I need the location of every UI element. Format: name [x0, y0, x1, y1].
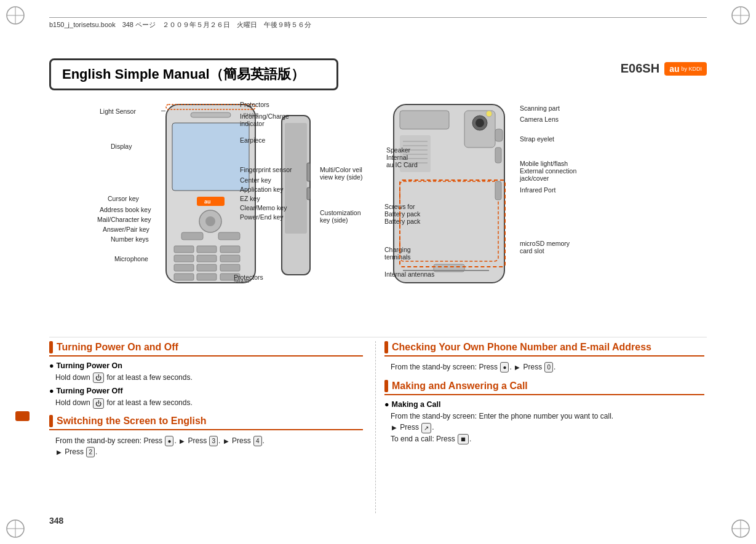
label-incoming-charge: Incoming/Chargeindicator	[240, 112, 289, 127]
corner-mark-tr	[728, 3, 753, 28]
svg-point-43	[486, 111, 492, 117]
label-light-sensor: Light Sensor	[100, 108, 136, 115]
switch-key4: 2	[86, 447, 95, 457]
label-microsd: microSD memorycard slot	[520, 240, 570, 254]
switching-screen-text: From the stand-by screen: Press ●. ▶ Pre…	[55, 435, 363, 458]
svg-rect-29	[174, 274, 194, 280]
svg-rect-53	[495, 148, 501, 163]
making-call-title: Making and Answering a Call	[384, 380, 704, 395]
label-mobile-light: Mobile light/flashExternal connectionjac…	[520, 160, 576, 182]
label-scanning-part: Scanning part	[520, 104, 560, 112]
making-call-text: From the stand-by screen: Enter the phon…	[391, 411, 704, 444]
svg-rect-20	[174, 246, 194, 253]
svg-rect-32	[191, 112, 231, 117]
press-label: Press	[65, 447, 84, 456]
right-content: Checking Your Own Phone Number and E-mai…	[384, 341, 704, 444]
power-off-key: ⏻	[93, 398, 104, 409]
label-customization: Customizationkey (side)	[320, 209, 361, 224]
svg-rect-45	[495, 129, 503, 141]
label-clear-memo: Clear/Memo key	[240, 204, 287, 211]
svg-rect-27	[197, 264, 217, 271]
label-power-end: Power/End key	[240, 213, 284, 221]
checking-number-text: From the stand-by screen: Press ●. ▶ Pre…	[391, 361, 704, 373]
power-on-key: ⏻	[93, 373, 104, 383]
label-answer-pair: Answer/Pair key	[103, 226, 149, 233]
label-microphone: Microphone	[114, 255, 148, 262]
power-on-text: Hold down ⏻ for at least a few seconds.	[55, 372, 363, 383]
turning-power-title: Turning Power On and Off	[49, 341, 363, 357]
corner-mark-bl	[3, 516, 28, 541]
corner-mark-br	[728, 516, 753, 541]
making-call-heading: Making a Call	[384, 400, 704, 409]
svg-rect-28	[220, 264, 240, 271]
au-logo: au by KDDI	[664, 62, 707, 76]
phone-front-image: au SHARP SHARP	[163, 101, 258, 286]
power-off-text: Hold down ⏻ for at least a few seconds.	[55, 397, 363, 408]
label-ez-key: EZ key	[240, 195, 260, 202]
battery-bracket	[399, 179, 506, 267]
phone-side-image	[280, 114, 312, 277]
call-send-key: ↗	[421, 423, 431, 433]
label-display: Display	[111, 143, 132, 150]
switch-key3: 4	[253, 436, 262, 446]
turning-power-section: Turning Power On and Off Turning Power O…	[49, 341, 363, 409]
side-label: 簡易英語版	[15, 411, 30, 421]
power-off-heading: Turning Power Off	[49, 387, 363, 395]
svg-rect-26	[174, 264, 194, 271]
svg-point-42	[475, 119, 484, 127]
label-camera-lens: Camera Lens	[520, 116, 559, 123]
label-protectors-top: Protectors	[240, 101, 269, 108]
switching-screen-title: Switching the Screen to English	[49, 415, 363, 430]
svg-rect-21	[197, 246, 217, 253]
svg-rect-36	[285, 123, 307, 234]
checking-number-title: Checking Your Own Phone Number and E-mai…	[384, 341, 704, 357]
label-center-key: Center key	[240, 176, 271, 184]
label-multi-color: Multi/Color veilview key (side)	[320, 166, 362, 181]
svg-rect-37	[307, 163, 310, 181]
check-key1: ●	[500, 362, 509, 373]
left-content: Turning Power On and Off Turning Power O…	[49, 341, 363, 457]
making-call-section: Making and Answering a Call Making a Cal…	[384, 380, 704, 444]
section-divider	[49, 337, 707, 337]
label-mail-char: Mail/Character key	[97, 216, 151, 223]
svg-rect-44	[400, 111, 449, 129]
label-strap-eyelet: Strap eyelet	[520, 135, 554, 143]
label-protectors-bottom: Protectors	[234, 274, 263, 281]
svg-rect-30	[197, 274, 217, 280]
label-speaker: SpeakerInternalau IC Card	[386, 146, 418, 168]
vertical-divider	[375, 341, 376, 513]
call-end-key: ⏹	[458, 434, 469, 444]
corner-mark-tl	[3, 3, 28, 28]
svg-rect-38	[307, 187, 310, 200]
svg-rect-18	[181, 232, 203, 240]
label-address-book: Address book key	[100, 206, 151, 213]
svg-text:au: au	[204, 199, 211, 205]
svg-point-17	[205, 216, 215, 226]
label-infrared-port: Infrared Port	[520, 186, 555, 194]
svg-rect-25	[220, 255, 240, 262]
switch-key2: 3	[209, 436, 218, 446]
power-on-heading: Turning Power On	[49, 361, 363, 370]
svg-rect-13	[172, 123, 249, 191]
label-application-key: Application key	[240, 186, 284, 193]
page-title: English Simple Manual（簡易英語版）	[49, 58, 338, 90]
svg-rect-24	[197, 255, 217, 262]
label-fingerprint: Fingerprint sensor	[240, 166, 292, 173]
top-bar: b150_j_torisetsu.book 348 ページ ２００９年５月２６日…	[49, 17, 707, 30]
switch-key1: ●	[165, 436, 173, 446]
svg-rect-19	[218, 232, 240, 240]
svg-rect-23	[174, 255, 194, 262]
label-internal-antennas: Internal antennas	[384, 270, 434, 278]
model-area: E06SH au by KDDI	[621, 61, 707, 76]
label-cursor-key: Cursor key	[108, 195, 139, 202]
page-number: 348	[49, 516, 63, 526]
model-code: E06SH	[621, 61, 659, 76]
svg-rect-22	[220, 246, 240, 253]
checking-number-section: Checking Your Own Phone Number and E-mai…	[384, 341, 704, 373]
label-earpiece: Earpiece	[240, 136, 265, 144]
switching-screen-section: Switching the Screen to English From the…	[49, 415, 363, 458]
check-key2: 0	[544, 362, 553, 373]
label-number-keys: Number keys	[111, 235, 149, 243]
diagram-area: au SHARP SHARP	[49, 92, 707, 326]
